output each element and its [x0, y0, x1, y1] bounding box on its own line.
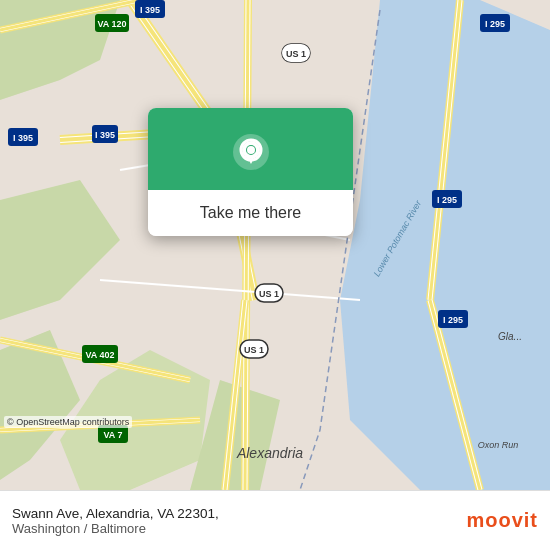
svg-text:I 295: I 295 [485, 19, 505, 29]
osm-attribution: © OpenStreetMap contributors [4, 416, 132, 428]
svg-point-75 [247, 146, 255, 154]
svg-text:VA 120: VA 120 [97, 19, 126, 29]
popup-card: Take me there [148, 108, 353, 236]
region-line: Washington / Baltimore [12, 521, 219, 536]
moovit-brand-text: moovit [466, 509, 538, 532]
svg-text:I 395: I 395 [13, 133, 33, 143]
svg-text:VA 7: VA 7 [103, 430, 122, 440]
svg-text:US 1: US 1 [286, 49, 306, 59]
svg-text:Oxon Run: Oxon Run [478, 440, 519, 450]
take-me-there-button[interactable]: Take me there [148, 190, 353, 236]
map-container: I 395 I 395 I 395 VA 120 US 1 US 1 US 1 … [0, 0, 550, 490]
svg-text:I 395: I 395 [140, 5, 160, 15]
info-bar: Swann Ave, Alexandria, VA 22301, Washing… [0, 490, 550, 550]
address-line: Swann Ave, Alexandria, VA 22301, [12, 506, 219, 521]
svg-text:I 295: I 295 [443, 315, 463, 325]
svg-text:US 1: US 1 [259, 289, 279, 299]
address-block: Swann Ave, Alexandria, VA 22301, Washing… [12, 506, 219, 536]
svg-text:I 295: I 295 [437, 195, 457, 205]
svg-text:Alexandria: Alexandria [236, 445, 303, 461]
osm-attribution-text: © OpenStreetMap contributors [7, 417, 129, 427]
location-pin-icon [229, 130, 273, 174]
moovit-logo: moovit [466, 509, 538, 532]
svg-text:US 1: US 1 [244, 345, 264, 355]
svg-text:I 395: I 395 [95, 130, 115, 140]
popup-green-area [148, 108, 353, 190]
svg-text:Gla...: Gla... [498, 331, 522, 342]
svg-text:VA 402: VA 402 [85, 350, 114, 360]
